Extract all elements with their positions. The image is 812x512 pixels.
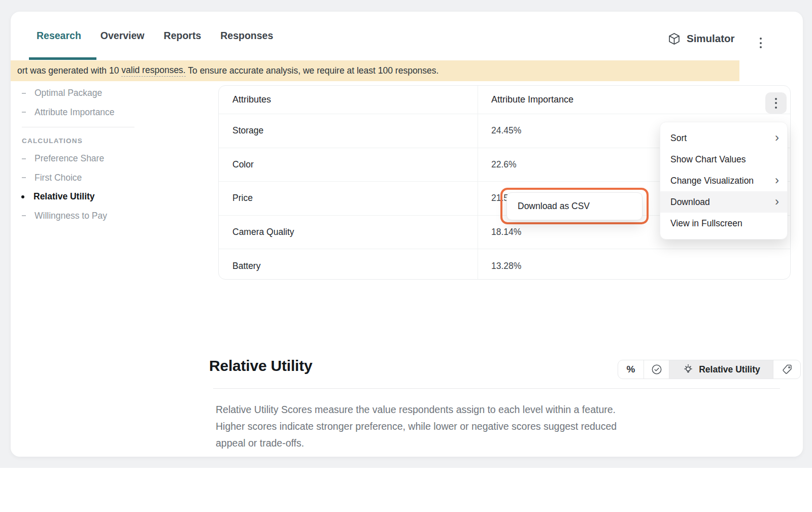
simulator-button[interactable]: Simulator	[667, 28, 735, 49]
bullet-icon	[22, 215, 26, 216]
check-toggle-button[interactable]	[644, 360, 669, 379]
tag-icon	[781, 363, 793, 376]
banner-text-prefix: ort was generated with 10	[17, 65, 121, 76]
sidebar-item-label: Optimal Package	[35, 88, 102, 98]
active-tab-underline	[29, 57, 96, 60]
tag-toggle-button[interactable]	[773, 360, 800, 379]
section-toolbar: % Relative Utility	[618, 360, 801, 379]
sidebar-item-label: Attribute Importance	[35, 107, 115, 118]
attribute-cell: Color	[219, 148, 478, 182]
menu-item-label: View in Fullscreen	[670, 218, 742, 229]
bullet-icon	[21, 195, 24, 198]
menu-item-label: Download	[670, 197, 710, 208]
attribute-cell: Camera Quality	[219, 216, 478, 249]
menu-item-download[interactable]: Download ›	[660, 191, 787, 213]
lightbulb-icon	[682, 363, 694, 376]
sidebar-item-label: Preference Share	[35, 153, 104, 164]
attribute-cell: Storage	[219, 114, 478, 148]
main-card: Research Overview Reports Responses Simu…	[11, 12, 803, 457]
bullet-icon	[22, 177, 26, 178]
sidebar-item-first-choice[interactable]: First Choice	[22, 168, 139, 188]
tab-reports[interactable]: Reports	[163, 23, 202, 49]
bullet-icon	[22, 158, 26, 159]
attribute-cell: Battery	[219, 249, 478, 280]
kebab-vertical-icon	[760, 38, 762, 48]
table-options-button[interactable]	[765, 92, 787, 114]
column-header-attributes: Attributes	[219, 86, 478, 114]
sidebar-item-attribute-importance[interactable]: Attribute Importance	[22, 103, 139, 122]
check-circle-icon	[651, 363, 663, 376]
chevron-right-icon: ›	[775, 174, 779, 186]
importance-cell: 13.28%	[478, 249, 790, 280]
table-row: Battery 13.28%	[219, 249, 790, 280]
sidebar-item-relative-utility[interactable]: Relative Utility	[22, 187, 139, 207]
valid-responses-link[interactable]: valid responses.	[121, 65, 185, 77]
percent-toggle-button[interactable]: %	[618, 360, 644, 379]
sidebar-item-label: First Choice	[35, 173, 82, 183]
menu-item-sort[interactable]: Sort ›	[660, 127, 787, 149]
percent-icon: %	[627, 364, 635, 375]
menu-item-view-in-fullscreen[interactable]: View in Fullscreen	[660, 213, 787, 234]
section-title-relative-utility: Relative Utility	[209, 357, 313, 374]
kebab-vertical-icon	[775, 98, 777, 109]
bullet-icon	[22, 112, 26, 113]
menu-item-label: Show Chart Values	[670, 154, 746, 165]
menu-item-change-visualization[interactable]: Change Visualization ›	[660, 170, 787, 191]
table-header-row: Attributes Attribute Importance	[219, 86, 790, 114]
page: { "tabs": { "items": [ { "label": "Resea…	[0, 0, 812, 512]
section-description: Relative Utility Scores measure the valu…	[216, 401, 647, 452]
table-options-menu: Sort › Show Chart Values Change Visualiz…	[660, 122, 788, 240]
sidebar-item-preference-share[interactable]: Preference Share	[22, 149, 139, 168]
sidebar-item-label: Willingness to Pay	[35, 211, 107, 221]
toolbar-active-label: Relative Utility	[699, 364, 760, 375]
section-divider	[213, 388, 780, 389]
menu-item-download-as-csv[interactable]: Download as CSV	[506, 192, 642, 220]
banner-text-suffix: To ensure accurate analysis, we require …	[186, 65, 439, 76]
tab-overview[interactable]: Overview	[99, 23, 146, 49]
tab-research[interactable]: Research	[36, 23, 82, 49]
tab-responses[interactable]: Responses	[219, 23, 274, 49]
chevron-right-icon: ›	[775, 131, 779, 144]
column-header-attribute-importance: Attribute Importance	[478, 86, 790, 114]
attribute-cell: Price	[219, 182, 478, 215]
warning-banner: ort was generated with 10 valid response…	[11, 60, 739, 81]
chevron-right-icon: ›	[775, 195, 779, 208]
sidebar-divider	[22, 127, 134, 127]
simulator-cube-icon	[667, 32, 681, 46]
simulator-label: Simulator	[687, 32, 735, 45]
sidebar-item-willingness-to-pay[interactable]: Willingness to Pay	[22, 207, 139, 226]
menu-item-show-chart-values[interactable]: Show Chart Values	[660, 149, 787, 170]
sidebar-item-optimal-package[interactable]: Optimal Package	[22, 84, 139, 103]
bullet-icon	[22, 93, 26, 94]
menu-item-label: Sort	[670, 133, 687, 144]
tab-bar: Research Overview Reports Responses	[36, 23, 274, 49]
header-kebab-menu-button[interactable]	[756, 35, 766, 51]
sidebar-section-calculations: CALCULATIONS	[22, 132, 139, 149]
relative-utility-view-button[interactable]: Relative Utility	[669, 360, 773, 379]
report-sidebar: Optimal Package Attribute Importance CAL…	[22, 84, 139, 225]
menu-item-label: Change Visualization	[670, 176, 754, 186]
sidebar-item-label: Relative Utility	[33, 191, 95, 202]
